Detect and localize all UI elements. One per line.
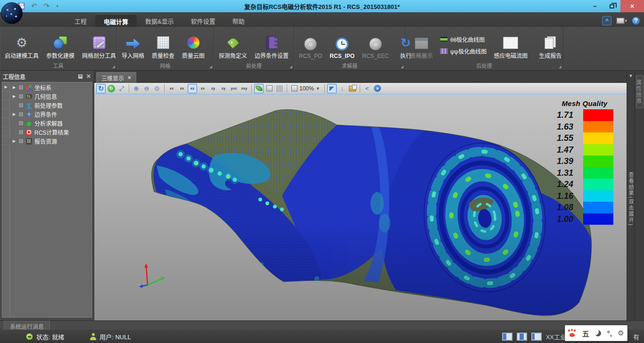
view-orientation-button[interactable]: zx — [177, 84, 187, 93]
zoom-out-button[interactable]: ⊖ — [142, 84, 151, 93]
ime-toolbar: 五 °, ⚙ — [565, 325, 627, 341]
tab-software-settings[interactable]: 软件设置 — [182, 14, 224, 27]
tree-item-rcs-results[interactable]: RCS计算结果 — [10, 128, 91, 137]
tree-item-report-resources[interactable]: ▶ 报告资源 — [10, 137, 91, 146]
select-mode-button[interactable]: ◤ — [327, 84, 337, 93]
tree-item-analysis-solver[interactable]: 分析求解器 — [10, 119, 91, 128]
close-icon[interactable]: ✕ — [86, 73, 91, 80]
layout-center-panel-icon[interactable] — [517, 333, 527, 341]
group-dialog-launcher-icon[interactable] — [289, 65, 292, 68]
tab-3d-display[interactable]: 三维显示 × — [96, 72, 136, 83]
checkbox[interactable] — [18, 94, 24, 99]
solver-rcs-ipo-button[interactable]: RCS_IPO — [326, 28, 358, 62]
ime-logo-paw-icon[interactable] — [568, 329, 576, 337]
checkbox[interactable] — [18, 85, 24, 90]
mesh-tool-button[interactable]: 网格剖分工具 — [79, 28, 119, 62]
results-collapsed-strip[interactable]: ▼ 查看结果(双击展开) — [627, 71, 635, 320]
solver-rcs-eec-button[interactable]: RCS_EEC — [359, 28, 392, 62]
group-dialog-launcher-icon[interactable] — [559, 65, 561, 68]
wireframe-view-button[interactable] — [275, 84, 284, 93]
rotate-view-button[interactable]: ↻ — [96, 84, 106, 93]
group-dialog-launcher-icon[interactable] — [401, 65, 404, 68]
view-orientation-button[interactable]: xz — [167, 84, 176, 93]
pin-icon[interactable] — [78, 74, 83, 79]
view-orientation-button[interactable]: zy — [219, 84, 228, 93]
expand-arrow-icon[interactable]: ▶ — [12, 139, 17, 143]
expand-arrow-icon[interactable]: ▶ — [2, 82, 9, 91]
capture-window-button[interactable] — [348, 84, 357, 93]
group-dialog-launcher-icon[interactable] — [209, 65, 212, 68]
tree-item-coordinate-system[interactable]: ▶ 坐标系 — [10, 83, 91, 92]
clear-view-button[interactable]: × — [373, 84, 382, 93]
checkbox[interactable] — [18, 139, 24, 144]
generate-report-button[interactable]: 生成报告 — [536, 28, 565, 62]
undo-icon[interactable]: ↶ — [31, 2, 37, 10]
moon-icon[interactable] — [595, 330, 601, 336]
expand-arrow-icon[interactable]: ▶ — [12, 112, 17, 116]
zoom-fit-button[interactable]: ⊙ — [152, 84, 162, 93]
psi-chart-icon — [440, 48, 448, 54]
redo-icon[interactable]: ↷ — [44, 2, 50, 10]
close-tab-icon[interactable]: × — [128, 74, 131, 81]
quality-cloud-button[interactable]: 质量云图 — [179, 28, 208, 62]
tab-data-display[interactable]: 数据&显示 — [137, 14, 182, 27]
view-orientation-button[interactable]: yxz — [229, 84, 239, 93]
zoom-level-select[interactable]: 100% ▼ — [289, 85, 322, 92]
view-orientation-button[interactable]: zxy — [239, 84, 249, 93]
zoom-in-button[interactable]: ⊕ — [132, 84, 141, 93]
ime-settings-gear-icon[interactable]: ⚙ — [618, 329, 624, 337]
3d-viewport-canvas[interactable]: Mesh Quality 1.71 1.63 1.55 1.47 1.39 1.… — [94, 95, 627, 320]
checkbox[interactable] — [18, 112, 24, 117]
ime-punctuation-key[interactable]: °, — [607, 329, 612, 337]
checkbox[interactable] — [18, 130, 24, 135]
view-orientation-button[interactable]: zy — [208, 84, 218, 93]
restore-icon — [610, 4, 614, 8]
tree-item-boundary-condition[interactable]: ▶ 边界条件 — [10, 110, 91, 119]
view-orientation-button[interactable]: xz — [188, 84, 197, 93]
minimize-button[interactable]: – — [586, 0, 603, 12]
view-orientation-button[interactable]: zx — [198, 84, 207, 93]
induced-current-map-button[interactable]: 感应电磁流图 — [490, 28, 531, 62]
share-flow-button[interactable]: < — [363, 84, 372, 93]
group-dialog-launcher-icon[interactable] — [112, 65, 115, 68]
expand-arrow-icon[interactable]: ▶ — [12, 94, 17, 98]
flat-view-button[interactable] — [264, 84, 274, 93]
tab-em-compute[interactable]: 电磁计算 — [95, 14, 137, 27]
menu-bar: 工程 电磁计算 数据&显示 软件设置 帮助 ^ ▾ ? — [0, 12, 644, 27]
tab-project[interactable]: 工程 — [66, 14, 95, 27]
collapse-ribbon-icon[interactable]: ^ — [602, 16, 611, 25]
restore-button[interactable] — [603, 0, 620, 12]
parametric-modeling-button[interactable]: 参数化建模 — [43, 28, 78, 62]
layout-left-panel-icon[interactable] — [502, 333, 512, 341]
clock-icon — [336, 38, 348, 50]
ime-wubi-key[interactable]: 五 — [582, 328, 589, 338]
help-icon[interactable]: ? — [632, 16, 640, 25]
drop-down-button[interactable]: ↓ — [338, 84, 347, 93]
window-controls: – × — [586, 0, 644, 12]
psi-polar-curve-button[interactable]: ψψ极化曲线图 — [440, 47, 487, 55]
chevron-down-icon[interactable]: ▼ — [629, 74, 633, 78]
table-display-button[interactable]: 表格展示 — [407, 28, 436, 62]
close-button[interactable]: × — [620, 0, 644, 12]
shaded-view-button[interactable] — [254, 84, 264, 93]
tab-help[interactable]: 帮助 — [224, 14, 253, 27]
solver-rcs-po-button[interactable]: RCS_PO — [296, 28, 325, 62]
pan-view-button[interactable]: ⤢ — [117, 84, 126, 93]
display-style-button[interactable]: ▾ — [616, 17, 627, 24]
checkbox[interactable] — [18, 103, 24, 108]
spin-view-button[interactable]: ↻ — [107, 84, 116, 93]
import-mesh-button[interactable]: 导入网格 — [118, 28, 148, 62]
tree-item-geometry-info[interactable]: ▶ 几何信息 — [10, 92, 91, 101]
checkbox[interactable] — [18, 121, 24, 126]
theta-polar-curve-button[interactable]: θθ极化曲线图 — [440, 35, 487, 43]
boundary-settings-button[interactable]: 边界条件设置 — [251, 28, 292, 62]
layout-right-panel-icon[interactable] — [531, 333, 542, 341]
tree-item-preprocess-params[interactable]: T 前处理参数 — [10, 101, 91, 110]
expand-arrow-icon[interactable]: ▶ — [12, 85, 17, 90]
quality-check-button[interactable]: 质量检查 — [149, 28, 178, 62]
detect-angle-button[interactable]: 探测角定义 — [215, 28, 250, 62]
properties-panel-tab[interactable]: 属性信息 — [636, 75, 644, 108]
launch-modeling-tool-button[interactable]: ⚙启动建模工具 — [1, 28, 42, 62]
app-logo[interactable] — [1, 2, 23, 24]
qat-dropdown-icon[interactable]: ▾ — [56, 4, 58, 8]
